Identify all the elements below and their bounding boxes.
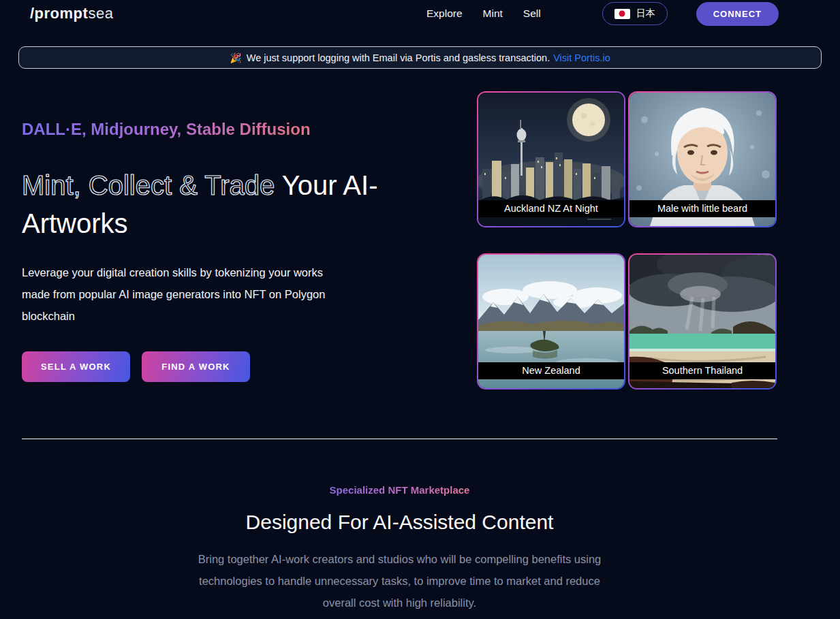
hero-subtitle: DALL·E, Midjourney, Stable Diffusion [22, 120, 311, 139]
artwork-card-southern-thailand[interactable]: Southern Thailand [628, 253, 777, 390]
hero-title-outline: Mint, Collect & Trade [22, 170, 275, 200]
brand-logo-light: sea [88, 5, 113, 22]
artwork-caption: Male with little beard [629, 200, 775, 217]
nav-item-mint[interactable]: Mint [483, 7, 503, 20]
sell-a-work-button[interactable]: SELL A WORK [22, 351, 130, 382]
language-label: 日本 [636, 7, 655, 20]
hero-copy: DALL·E, Midjourney, Stable Diffusion Min… [22, 91, 403, 390]
main-nav: Explore Mint Sell 日本 CONNECT [426, 2, 779, 26]
party-popper-icon: 🎉 [230, 52, 241, 63]
announcement-banner: 🎉 We just support logging with Email via… [18, 46, 822, 69]
artwork-caption: Southern Thailand [629, 362, 775, 379]
connect-wallet-button[interactable]: CONNECT [696, 2, 779, 26]
find-a-work-button[interactable]: FIND A WORK [142, 351, 250, 382]
announcement-text: We just support logging with Email via P… [247, 52, 550, 63]
hero-buttons: SELL A WORK FIND A WORK [22, 351, 403, 382]
marketplace-section: Specialized NFT Marketplace Designed For… [22, 439, 777, 614]
hero-section: DALL·E, Midjourney, Stable Diffusion Min… [0, 69, 840, 390]
japan-flag-icon [615, 9, 630, 19]
artwork-card-male-portrait[interactable]: Male with little beard [628, 91, 777, 227]
artwork-caption: Auckland NZ At Night [478, 200, 624, 217]
artwork-gallery: Auckland NZ At Night [477, 91, 777, 390]
artwork-card-auckland[interactable]: Auckland NZ At Night [477, 91, 625, 227]
artwork-card-new-zealand[interactable]: New Zealand [477, 253, 625, 390]
nav-item-sell[interactable]: Sell [523, 7, 541, 20]
brand-logo[interactable]: /promptsea [30, 5, 113, 22]
marketplace-description: Bring together AI-work creators and stud… [196, 548, 604, 614]
brand-logo-bold: /prompt [30, 5, 88, 22]
hero-title: Mint, Collect & Trade Your AI-Artworks [22, 166, 390, 242]
marketplace-title: Designed For AI-Assisted Content [22, 511, 777, 534]
artwork-caption: New Zealand [478, 362, 624, 379]
hero-description: Leverage your digital creation skills by… [22, 261, 349, 327]
top-navbar: /promptsea Explore Mint Sell 日本 CONNECT [0, 0, 840, 27]
language-switch-button[interactable]: 日本 [602, 2, 668, 25]
marketplace-label: Specialized NFT Marketplace [330, 484, 470, 496]
portis-link[interactable]: Visit Portis.io [553, 52, 610, 63]
nav-item-explore[interactable]: Explore [426, 7, 463, 20]
